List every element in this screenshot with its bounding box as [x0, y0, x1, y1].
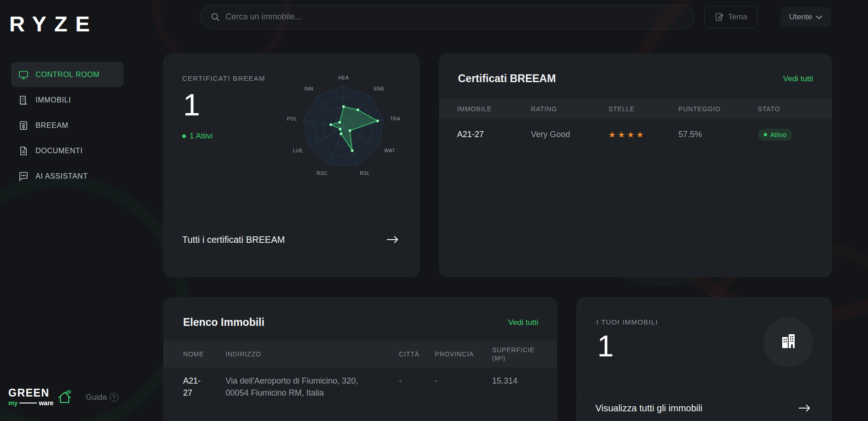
certificate-icon [18, 120, 29, 131]
column-header: INDIRIZZO [226, 350, 399, 358]
card-title: Certificati BREEAM [458, 72, 556, 85]
svg-text:ENE: ENE [374, 86, 385, 91]
cell-immobile: A21-27 [457, 130, 531, 139]
breeam-certificates-card: Certificati BREEAM Vedi tutti IMMOBILE R… [439, 54, 832, 277]
cell-rating: Very Good [531, 130, 608, 139]
greenmyware-logo-green: GREEN [8, 388, 54, 398]
see-all-properties-link[interactable]: Vedi tutti [508, 318, 538, 327]
svg-text:INN: INN [304, 86, 314, 91]
see-all-certificates-link[interactable]: Vedi tutti [783, 74, 813, 84]
sidebar-item-breeam[interactable]: BREEAM [11, 113, 124, 138]
svg-text:HEA: HEA [338, 75, 349, 80]
column-header: RATING [531, 105, 608, 113]
cell-provincia: - [435, 375, 492, 387]
breeam-summary-card: CERTIFICATI BREEAM 1 1 Attivi HEAENETRAW… [163, 54, 420, 277]
card-title: Elenco Immobili [183, 316, 264, 329]
all-breeam-certificates-link[interactable]: Tutti i certificati BREEAM [182, 203, 399, 277]
star-rating: ★★★★ [608, 130, 678, 140]
greenmyware-logo-line [19, 403, 37, 403]
search-bar[interactable] [200, 5, 695, 29]
theme-button[interactable]: Tema [704, 6, 758, 28]
sidebar-item-label: CONTROL ROOM [36, 71, 100, 79]
column-header: PUNTEGGIO [678, 105, 758, 113]
buildings-icon-circle [763, 317, 813, 367]
table-row[interactable]: A21-27 Very Good ★★★★ 57.5% Attivo [440, 119, 832, 150]
column-header: PROVINCIA [435, 350, 492, 358]
sidebar-item-immobili[interactable]: IMMOBILI [11, 87, 124, 113]
theme-icon [715, 12, 724, 22]
status-badge: Attivo [758, 129, 792, 141]
breeam-count: 1 [183, 89, 200, 121]
theme-button-label: Tema [728, 12, 748, 22]
greenmyware-logo: GREEN my ware [8, 388, 74, 407]
greenmyware-logo-ware: ware [39, 399, 54, 407]
cell-superficie: 15.314 [492, 375, 541, 387]
help-link[interactable]: Guida ? [86, 393, 118, 402]
view-all-properties-link[interactable]: Visualizza tutti gli immobili [595, 394, 811, 421]
user-menu-label: Utente [789, 12, 812, 22]
cell-nome: A21-27 [183, 375, 226, 399]
user-menu[interactable]: Utente [780, 7, 831, 27]
footer-link-label: Tutti i certificati BREEAM [182, 235, 285, 245]
document-icon [18, 145, 29, 156]
column-header: STELLE [608, 105, 678, 113]
sidebar-item-ai-assistant[interactable]: AI ASSISTANT [11, 163, 124, 189]
sidebar-item-documenti[interactable]: DOCUMENTI [11, 138, 124, 163]
sidebar-item-label: BREEAM [36, 121, 68, 130]
arrow-right-icon [798, 403, 811, 413]
sidebar-item-label: AI ASSISTANT [36, 172, 88, 180]
arrow-right-icon [386, 235, 399, 244]
cell-punteggio: 57.5% [678, 130, 758, 139]
cell-indirizzo: Via dell'Aeroporto di Fiumicino, 320, 00… [226, 375, 399, 399]
chat-icon [18, 171, 29, 181]
column-header: IMMOBILE [457, 105, 531, 113]
house-icon [55, 388, 74, 407]
topbar: Tema Utente [0, 0, 868, 34]
sidebar: CONTROL ROOM IMMOBILI BREEAM DOCUMENTI A… [11, 62, 124, 189]
column-header: CITTÀ [399, 350, 435, 358]
column-header: NOME [183, 350, 226, 358]
question-icon: ? [110, 393, 119, 402]
status-badge: 1 Attivi [182, 132, 213, 141]
greenmyware-logo-my: my [8, 399, 18, 407]
search-icon [211, 12, 220, 22]
table-header: IMMOBILE RATING STELLE PUNTEGGIO STATO [440, 99, 832, 119]
help-label: Guida [86, 393, 107, 402]
app-logo: RYZE [9, 13, 98, 35]
your-properties-card: I TUOI IMMOBILI 1 Visualizza tutti gli i… [577, 297, 832, 421]
sidebar-item-control-room[interactable]: CONTROL ROOM [11, 62, 124, 87]
card-title: CERTIFICATI BREEAM [182, 74, 265, 82]
svg-text:LUE: LUE [293, 148, 303, 153]
table-header: NOME INDIRIZZO CITTÀ PROVINCIA SUPERFICI… [164, 341, 557, 367]
footer-link-label: Visualizza tutti gli immobili [595, 403, 702, 414]
radar-chart: HEAENETRAWATRSLRSCLUEPOLINN [284, 73, 404, 180]
svg-text:TRA: TRA [390, 116, 400, 121]
cell-citta: - [399, 375, 435, 387]
buildings-icon [778, 331, 799, 353]
svg-text:RSC: RSC [316, 170, 327, 176]
monitor-icon [18, 69, 29, 80]
card-title: I TUOI IMMOBILI [596, 318, 658, 326]
sidebar-item-label: DOCUMENTI [36, 147, 83, 155]
table-row[interactable]: A21-27 Via dell'Aeroporto di Fiumicino, … [164, 367, 557, 406]
svg-text:RSL: RSL [360, 170, 370, 176]
column-header: STATO [758, 105, 814, 113]
property-list-card: Elenco Immobili Vedi tutti NOME INDIRIZZ… [163, 297, 557, 421]
svg-text:POL: POL [287, 116, 297, 121]
chevron-down-icon [816, 15, 822, 19]
building-icon [18, 95, 29, 105]
search-input[interactable] [226, 12, 684, 22]
column-header: SUPERFICIE (M²) [492, 346, 541, 362]
sidebar-item-label: IMMOBILI [36, 96, 71, 104]
properties-count: 1 [597, 331, 614, 362]
svg-text:WAT: WAT [384, 148, 395, 153]
